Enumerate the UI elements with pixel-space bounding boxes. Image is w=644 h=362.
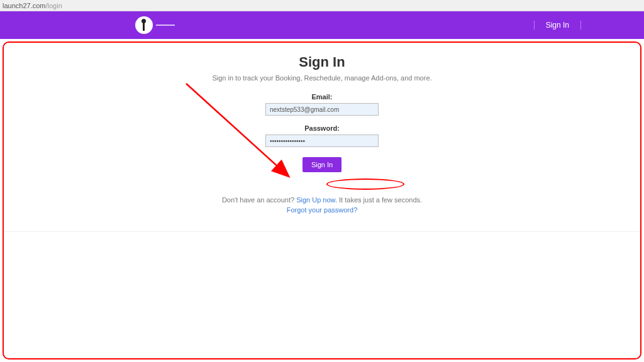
logo-icon [135, 16, 153, 34]
forgot-password-line: Forgot your password? [4, 206, 640, 214]
email-field-block: Email: [4, 93, 640, 116]
sign-up-link[interactable]: Sign Up now. [296, 196, 337, 204]
email-label: Email: [311, 93, 332, 101]
signup-suffix: It takes just a few seconds. [337, 196, 422, 204]
forgot-password-link[interactable]: Forgot your password? [287, 206, 358, 214]
url-path: /login [46, 2, 62, 9]
signup-prompt: Don't have an account? Sign Up now. It t… [4, 196, 640, 204]
password-label: Password: [304, 124, 340, 132]
annotation-highlight-box: Sign In Sign in to track your Booking, R… [3, 41, 641, 359]
password-field-block: Password: [4, 124, 640, 147]
nav-sign-in-link[interactable]: Sign In [534, 21, 581, 30]
browser-url: launch27.com/login [3, 2, 62, 9]
url-domain: launch27.com [3, 2, 46, 9]
top-nav: Sign In [0, 11, 644, 39]
logo-arrow-icon [156, 23, 178, 27]
email-input[interactable] [265, 103, 379, 116]
divider [4, 231, 640, 232]
brand-logo[interactable] [135, 16, 178, 34]
browser-address-bar: launch27.com/login [0, 0, 644, 11]
password-input[interactable] [265, 134, 379, 147]
sign-in-button[interactable]: Sign In [303, 157, 341, 172]
page-subtitle: Sign in to track your Booking, Reschedul… [4, 74, 640, 82]
sign-in-panel: Sign In Sign in to track your Booking, R… [4, 49, 640, 232]
annotation-circle [326, 178, 404, 190]
page-title: Sign In [4, 54, 640, 70]
signup-prefix: Don't have an account? [222, 196, 296, 204]
